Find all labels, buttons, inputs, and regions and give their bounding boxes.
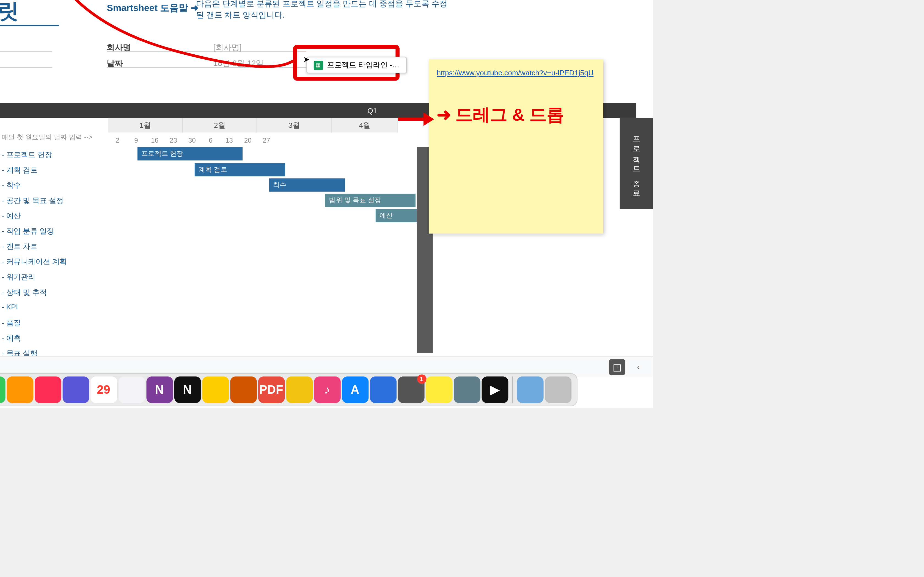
explore-button[interactable]: ◳	[609, 359, 625, 375]
task-label: - 커뮤니케이션 계획	[2, 257, 67, 267]
task-label: - 프로젝트 헌장	[2, 150, 52, 160]
gantt-month: 2월	[183, 118, 257, 132]
task-label: - 작업 분류 일정	[2, 226, 54, 236]
side-panel-toggle[interactable]: ‹	[630, 359, 646, 375]
gantt-day: 27	[257, 132, 276, 147]
gantt-month: 4월	[332, 118, 398, 132]
dock-app-icon[interactable]	[517, 376, 543, 403]
title-underline	[0, 25, 59, 26]
dock-app-icon[interactable]	[230, 376, 257, 403]
gantt-legend: 매달 첫 월요일의 날짜 입력 -->	[2, 132, 92, 142]
dock-app-icon[interactable]	[454, 376, 480, 403]
gantt-bar[interactable]: 프로젝트 헌장	[137, 147, 242, 160]
task-label: - 예산	[2, 211, 21, 221]
gantt-day: 6	[201, 132, 220, 147]
dock-app-icon[interactable]: PDF	[258, 376, 284, 403]
gantt-day: 9	[127, 132, 145, 147]
dock-app-icon[interactable]: ♪	[314, 376, 341, 403]
dock-app-icon[interactable]	[34, 376, 61, 403]
gantt-bar[interactable]: 착수	[269, 178, 345, 192]
drag-chip-label: 프로젝트 타임라인 -…	[327, 60, 399, 70]
task-label: - 품질	[2, 318, 21, 328]
dock-app-icon[interactable]: 29	[90, 376, 117, 403]
drag-chip[interactable]: ➤ ▦ 프로젝트 타임라인 -…	[306, 57, 407, 73]
spreadsheet-grid[interactable]: ABCDEFGHIJKLMNOPQRSTUVWXYZAAABACADAEAFAG…	[0, 0, 653, 408]
task-label: - 예측	[2, 333, 21, 343]
gantt-bar[interactable]: 계획 검토	[195, 163, 285, 176]
template-title: 프로젝트 타임라인 템플릿	[0, 0, 19, 26]
dock-app-icon[interactable]	[0, 376, 5, 403]
dock-app-icon[interactable]: ▶	[481, 376, 508, 403]
sheets-favicon-icon: ▦	[314, 60, 323, 70]
dock-app-icon[interactable]: 1	[397, 376, 424, 403]
cursor-icon: ➤	[303, 55, 310, 64]
task-label: - 공간 및 목표 설정	[2, 196, 63, 206]
gantt-month: 3월	[257, 118, 332, 132]
mac-dock: 929NNPDF♪A1▶	[0, 373, 577, 406]
gantt-day: 30	[183, 132, 201, 147]
gantt-day: 23	[164, 132, 183, 147]
arrow-right-icon: ➜	[437, 105, 451, 125]
gantt-day: 2	[108, 132, 127, 147]
dock-app-icon[interactable]	[286, 376, 312, 403]
task-label: - 갠트 차트	[2, 242, 37, 251]
dock-app-icon[interactable]	[202, 376, 229, 403]
dock-app-icon[interactable]	[425, 376, 452, 403]
dock-app-icon[interactable]	[6, 376, 33, 403]
gantt-day: 13	[220, 132, 239, 147]
sticky-note[interactable]: https://www.youtube.com/watch?v=u-lPED1j…	[429, 60, 603, 234]
dock-app-icon[interactable]	[118, 376, 145, 403]
gantt-bar[interactable]: 범위 및 목표 설정	[325, 194, 415, 207]
gantt-day: 16	[145, 132, 164, 147]
task-label: - 계획 검토	[2, 165, 37, 175]
task-label: - 상태 및 추적	[2, 287, 47, 297]
dock-app-icon[interactable]	[370, 376, 396, 403]
smartsheet-help-link[interactable]: Smartsheet 도움말 ➜	[107, 2, 199, 14]
gantt-month: 1월	[108, 118, 183, 132]
dock-app-icon[interactable]: N	[146, 376, 173, 403]
dock-app-icon[interactable]: A	[342, 376, 368, 403]
task-label: - KPI	[2, 303, 18, 311]
dock-app-icon[interactable]	[544, 376, 571, 403]
gantt-days: 291623306132027	[108, 132, 276, 147]
dragdrop-label: ➜드레그 & 드롭	[437, 103, 595, 127]
task-label: - 위기관리	[2, 272, 36, 282]
project-end-column: 프로젝트 종료	[620, 118, 653, 209]
dock-app-icon[interactable]: N	[174, 376, 201, 403]
task-label: - 착수	[2, 181, 21, 190]
dock-app-icon[interactable]	[62, 376, 89, 403]
sticky-note-link[interactable]: https://www.youtube.com/watch?v=u-lPED1j…	[437, 69, 593, 77]
gantt-day: 20	[238, 132, 257, 147]
gantt-months: 1월2월3월4월	[108, 118, 398, 132]
template-description: 다음은 단계별로 분류된 프로젝트 일정을 만드는 데 중점을 두도록 수정된 …	[196, 0, 449, 21]
sheet-content[interactable]: 프로젝트 타임라인 템플릿 Smartsheet 도움말 ➜ 다음은 단계별로 …	[0, 0, 653, 408]
